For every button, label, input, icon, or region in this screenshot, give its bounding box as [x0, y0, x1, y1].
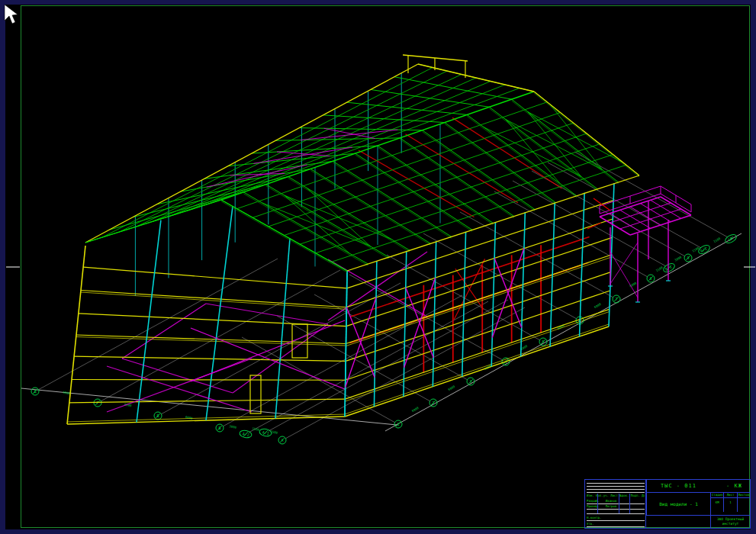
mouse-cursor [5, 5, 18, 24]
grid-bubble-3[interactable]: 3 [467, 378, 475, 385]
grid-bubble-8/1[interactable]: 8/1 [662, 262, 676, 274]
grid-bubble-9[interactable]: 9 [684, 254, 692, 262]
drawing-title-cell: Вид модели - 1 [646, 493, 710, 516]
sheet-header: Лист [724, 493, 737, 497]
svg-text:6000: 6000 [185, 415, 194, 420]
sheets-header: Листов [738, 493, 750, 497]
ridge-rail [403, 55, 468, 78]
revision-header: Изм. Кол.уч. Лист №док. Подп. Дата [587, 494, 645, 498]
svg-text:3000: 3000 [229, 424, 237, 429]
cad-viewport[interactable]: Д6000Г6000В6000Б3000А/21500А/11500А16000… [0, 0, 756, 534]
grid-bubble-8[interactable]: 8 [647, 275, 655, 282]
organization-cell: ЗАО Проектный институт [710, 516, 750, 528]
sheets-value [738, 498, 750, 512]
svg-text:7: 7 [615, 297, 617, 301]
svg-text:1500: 1500 [713, 236, 721, 243]
wall-opening [250, 375, 261, 413]
sheet-value: 1 [724, 498, 737, 512]
svg-text:8: 8 [649, 276, 651, 281]
document-code-cell: ТЫС - 011 - КЖ [646, 480, 750, 493]
svg-text:1500: 1500 [655, 265, 664, 272]
grid-bubble-7[interactable]: 7 [613, 295, 620, 303]
ground-grid: Д6000Г6000В6000Б3000А/21500А/11500А16000… [6, 152, 755, 444]
svg-text:Б: Б [218, 426, 220, 430]
svg-text:6000: 6000 [411, 406, 420, 413]
title-block[interactable]: Изм. Кол.уч. Лист №док. Подп. Дата Разра… [584, 479, 751, 529]
grid-bubble-9/1[interactable]: 9/1 [697, 243, 711, 256]
svg-text:В: В [156, 413, 159, 418]
grid-bubble-А/2[interactable]: А/2 [239, 429, 252, 439]
svg-text:5: 5 [542, 339, 544, 344]
document-code-right: - КЖ [726, 484, 742, 488]
grid-bubble-Б[interactable]: Б [216, 424, 224, 432]
svg-text:3: 3 [469, 379, 471, 384]
left-gable-wall [67, 206, 347, 424]
svg-text:1: 1 [397, 422, 399, 426]
svg-text:6000: 6000 [594, 302, 602, 309]
svg-text:2: 2 [432, 400, 434, 405]
svg-text:1500: 1500 [252, 426, 260, 432]
grid-bubble-А[interactable]: А [278, 436, 286, 444]
svg-text:А: А [281, 438, 283, 442]
stage-sheet-cell: Стадия Лист Листов КМ 1 [710, 493, 750, 516]
svg-text:9: 9 [687, 256, 689, 260]
svg-text:3000: 3000 [674, 255, 682, 262]
grid-bubble-Д[interactable]: Д [31, 388, 39, 395]
svg-text:Д: Д [34, 389, 36, 394]
document-code-left: ТЫС - 011 [661, 484, 696, 488]
grid-bubble-1[interactable]: 1 [394, 420, 402, 428]
grid-bubble-В[interactable]: В [154, 412, 162, 420]
grid-bubble-10[interactable]: 10 [724, 233, 738, 245]
svg-text:10: 10 [727, 236, 733, 242]
stage-value: КМ [711, 498, 724, 512]
stage-header: Стадия [711, 493, 724, 497]
title-block-revision-table: Изм. Кол.уч. Лист №док. Подп. Дата Разра… [585, 480, 646, 528]
drawing-canvas[interactable]: Д6000Г6000В6000Б3000А/21500А/11500А16000… [0, 0, 756, 534]
svg-text:6000: 6000 [447, 384, 455, 391]
